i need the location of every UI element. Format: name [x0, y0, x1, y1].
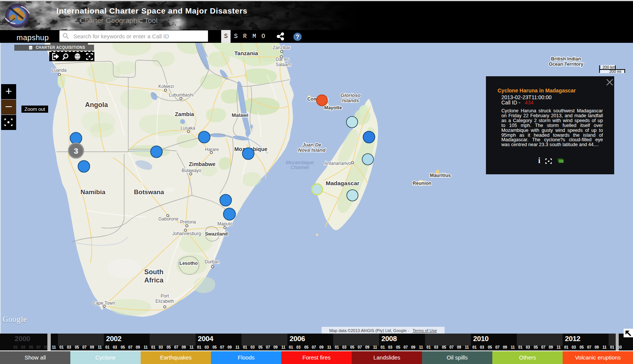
svg-text:Lusaka: Lusaka	[181, 125, 195, 131]
svg-text:Swaziland: Swaziland	[205, 231, 228, 237]
svg-text:Lubumbashi: Lubumbashi	[169, 92, 193, 98]
svg-text:Durban: Durban	[205, 259, 219, 264]
svg-text:British Indian: British Indian	[551, 56, 581, 62]
svg-text:Zimbabwe: Zimbabwe	[189, 161, 216, 167]
svg-text:Glorioso: Glorioso	[340, 92, 361, 98]
svg-text:Gaborone: Gaborone	[158, 216, 179, 222]
svg-text:Port: Port	[161, 293, 169, 299]
svg-text:Tanzania: Tanzania	[234, 50, 258, 56]
svg-text:Africa: Africa	[144, 276, 164, 284]
svg-text:Elizabeth: Elizabeth	[155, 299, 174, 304]
svg-text:Kolwezi: Kolwezi	[158, 84, 174, 89]
svg-text:Ocean Territory: Ocean Territory	[549, 62, 583, 67]
svg-text:Channel: Channel	[291, 165, 310, 170]
svg-text:Angola: Angola	[85, 101, 108, 109]
svg-text:Botswana: Botswana	[134, 189, 164, 196]
svg-text:Madagascar: Madagascar	[326, 180, 360, 186]
svg-text:Islands: Islands	[342, 98, 359, 103]
svg-text:200 mi: 200 mi	[609, 69, 621, 74]
svg-text:Namibia: Namibia	[80, 189, 106, 196]
svg-text:3: 3	[74, 147, 78, 155]
svg-text:Zanzibar: Zanzibar	[273, 45, 290, 50]
svg-text:Pretoria: Pretoria	[180, 219, 196, 225]
svg-text:i: i	[538, 156, 540, 165]
svg-text:South: South	[144, 268, 164, 276]
svg-text:Maputo: Maputo	[217, 221, 232, 227]
svg-text:Malawi: Malawi	[232, 112, 248, 118]
svg-text:Salaam: Salaam	[276, 62, 291, 67]
svg-text:Mayotte: Mayotte	[324, 105, 342, 110]
svg-text:Nova Island: Nova Island	[298, 147, 326, 153]
svg-text:Reunion: Reunion	[413, 181, 431, 186]
svg-text:Mauritius: Mauritius	[430, 173, 451, 178]
svg-text:?: ?	[296, 34, 299, 40]
svg-text:Zambia: Zambia	[175, 111, 194, 117]
svg-text:Antananarivo: Antananarivo	[324, 161, 351, 166]
svg-text:Johannesburg: Johannesburg	[172, 231, 201, 236]
svg-text:Juan De: Juan De	[302, 142, 322, 148]
svg-text:Lesotho: Lesotho	[179, 261, 198, 266]
svg-text:Luanda: Luanda	[52, 68, 67, 73]
svg-text:Bulawayo: Bulawayo	[182, 168, 201, 173]
